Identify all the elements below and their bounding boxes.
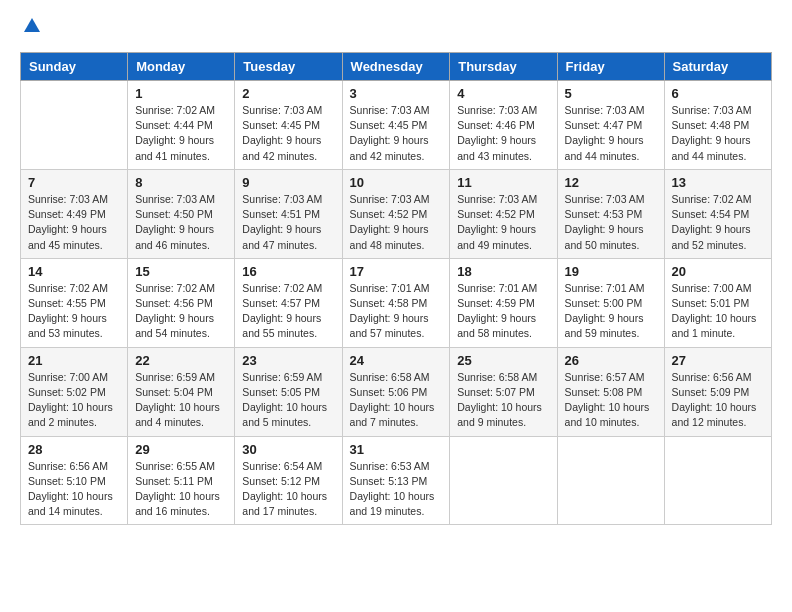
day-info: Sunrise: 6:57 AMSunset: 5:08 PMDaylight:… <box>565 370 657 431</box>
calendar-day-cell: 18Sunrise: 7:01 AMSunset: 4:59 PMDayligh… <box>450 258 557 347</box>
day-info: Sunrise: 7:03 AMSunset: 4:52 PMDaylight:… <box>457 192 549 253</box>
day-of-week-header: Friday <box>557 53 664 81</box>
day-number: 28 <box>28 442 120 457</box>
calendar-day-cell: 21Sunrise: 7:00 AMSunset: 5:02 PMDayligh… <box>21 347 128 436</box>
day-number: 22 <box>135 353 227 368</box>
day-number: 5 <box>565 86 657 101</box>
day-number: 7 <box>28 175 120 190</box>
calendar-day-cell: 6Sunrise: 7:03 AMSunset: 4:48 PMDaylight… <box>664 81 771 170</box>
day-number: 1 <box>135 86 227 101</box>
calendar-day-cell: 31Sunrise: 6:53 AMSunset: 5:13 PMDayligh… <box>342 436 450 525</box>
day-number: 10 <box>350 175 443 190</box>
calendar-day-cell: 7Sunrise: 7:03 AMSunset: 4:49 PMDaylight… <box>21 169 128 258</box>
calendar-day-cell: 14Sunrise: 7:02 AMSunset: 4:55 PMDayligh… <box>21 258 128 347</box>
logo-icon <box>22 16 42 36</box>
calendar-day-cell: 3Sunrise: 7:03 AMSunset: 4:45 PMDaylight… <box>342 81 450 170</box>
day-number: 23 <box>242 353 334 368</box>
day-info: Sunrise: 7:03 AMSunset: 4:45 PMDaylight:… <box>242 103 334 164</box>
calendar-day-cell: 24Sunrise: 6:58 AMSunset: 5:06 PMDayligh… <box>342 347 450 436</box>
day-number: 16 <box>242 264 334 279</box>
day-info: Sunrise: 7:03 AMSunset: 4:50 PMDaylight:… <box>135 192 227 253</box>
calendar-header-row: SundayMondayTuesdayWednesdayThursdayFrid… <box>21 53 772 81</box>
calendar-day-cell: 13Sunrise: 7:02 AMSunset: 4:54 PMDayligh… <box>664 169 771 258</box>
calendar-day-cell: 1Sunrise: 7:02 AMSunset: 4:44 PMDaylight… <box>128 81 235 170</box>
calendar-table: SundayMondayTuesdayWednesdayThursdayFrid… <box>20 52 772 525</box>
day-info: Sunrise: 6:56 AMSunset: 5:10 PMDaylight:… <box>28 459 120 520</box>
day-info: Sunrise: 7:03 AMSunset: 4:47 PMDaylight:… <box>565 103 657 164</box>
day-number: 29 <box>135 442 227 457</box>
calendar-day-cell: 25Sunrise: 6:58 AMSunset: 5:07 PMDayligh… <box>450 347 557 436</box>
day-number: 8 <box>135 175 227 190</box>
day-info: Sunrise: 7:03 AMSunset: 4:49 PMDaylight:… <box>28 192 120 253</box>
day-number: 15 <box>135 264 227 279</box>
day-number: 30 <box>242 442 334 457</box>
calendar-day-cell: 12Sunrise: 7:03 AMSunset: 4:53 PMDayligh… <box>557 169 664 258</box>
day-number: 20 <box>672 264 764 279</box>
day-number: 4 <box>457 86 549 101</box>
day-info: Sunrise: 7:02 AMSunset: 4:44 PMDaylight:… <box>135 103 227 164</box>
calendar-day-cell: 19Sunrise: 7:01 AMSunset: 5:00 PMDayligh… <box>557 258 664 347</box>
calendar-day-cell: 17Sunrise: 7:01 AMSunset: 4:58 PMDayligh… <box>342 258 450 347</box>
page-header <box>20 20 772 36</box>
calendar-day-cell <box>664 436 771 525</box>
svg-marker-0 <box>24 18 40 32</box>
day-number: 14 <box>28 264 120 279</box>
day-number: 18 <box>457 264 549 279</box>
day-info: Sunrise: 7:01 AMSunset: 5:00 PMDaylight:… <box>565 281 657 342</box>
calendar-day-cell: 23Sunrise: 6:59 AMSunset: 5:05 PMDayligh… <box>235 347 342 436</box>
day-info: Sunrise: 7:02 AMSunset: 4:57 PMDaylight:… <box>242 281 334 342</box>
day-of-week-header: Wednesday <box>342 53 450 81</box>
logo <box>20 20 42 36</box>
day-number: 6 <box>672 86 764 101</box>
calendar-week-row: 1Sunrise: 7:02 AMSunset: 4:44 PMDaylight… <box>21 81 772 170</box>
day-info: Sunrise: 7:03 AMSunset: 4:45 PMDaylight:… <box>350 103 443 164</box>
day-number: 13 <box>672 175 764 190</box>
day-info: Sunrise: 6:59 AMSunset: 5:05 PMDaylight:… <box>242 370 334 431</box>
day-info: Sunrise: 7:03 AMSunset: 4:46 PMDaylight:… <box>457 103 549 164</box>
day-number: 11 <box>457 175 549 190</box>
calendar-day-cell: 8Sunrise: 7:03 AMSunset: 4:50 PMDaylight… <box>128 169 235 258</box>
calendar-day-cell: 16Sunrise: 7:02 AMSunset: 4:57 PMDayligh… <box>235 258 342 347</box>
day-number: 25 <box>457 353 549 368</box>
day-of-week-header: Saturday <box>664 53 771 81</box>
calendar-day-cell: 29Sunrise: 6:55 AMSunset: 5:11 PMDayligh… <box>128 436 235 525</box>
day-info: Sunrise: 7:01 AMSunset: 4:58 PMDaylight:… <box>350 281 443 342</box>
day-info: Sunrise: 6:55 AMSunset: 5:11 PMDaylight:… <box>135 459 227 520</box>
day-info: Sunrise: 6:58 AMSunset: 5:06 PMDaylight:… <box>350 370 443 431</box>
day-info: Sunrise: 7:00 AMSunset: 5:02 PMDaylight:… <box>28 370 120 431</box>
day-info: Sunrise: 6:53 AMSunset: 5:13 PMDaylight:… <box>350 459 443 520</box>
day-info: Sunrise: 7:00 AMSunset: 5:01 PMDaylight:… <box>672 281 764 342</box>
day-of-week-header: Thursday <box>450 53 557 81</box>
calendar-day-cell: 26Sunrise: 6:57 AMSunset: 5:08 PMDayligh… <box>557 347 664 436</box>
calendar-day-cell: 10Sunrise: 7:03 AMSunset: 4:52 PMDayligh… <box>342 169 450 258</box>
calendar-day-cell <box>557 436 664 525</box>
calendar-day-cell: 9Sunrise: 7:03 AMSunset: 4:51 PMDaylight… <box>235 169 342 258</box>
day-number: 24 <box>350 353 443 368</box>
calendar-week-row: 7Sunrise: 7:03 AMSunset: 4:49 PMDaylight… <box>21 169 772 258</box>
calendar-day-cell: 22Sunrise: 6:59 AMSunset: 5:04 PMDayligh… <box>128 347 235 436</box>
day-info: Sunrise: 7:03 AMSunset: 4:51 PMDaylight:… <box>242 192 334 253</box>
day-info: Sunrise: 6:56 AMSunset: 5:09 PMDaylight:… <box>672 370 764 431</box>
day-number: 27 <box>672 353 764 368</box>
calendar-day-cell <box>450 436 557 525</box>
calendar-day-cell: 11Sunrise: 7:03 AMSunset: 4:52 PMDayligh… <box>450 169 557 258</box>
calendar-day-cell: 2Sunrise: 7:03 AMSunset: 4:45 PMDaylight… <box>235 81 342 170</box>
calendar-week-row: 28Sunrise: 6:56 AMSunset: 5:10 PMDayligh… <box>21 436 772 525</box>
day-info: Sunrise: 7:03 AMSunset: 4:48 PMDaylight:… <box>672 103 764 164</box>
day-info: Sunrise: 6:54 AMSunset: 5:12 PMDaylight:… <box>242 459 334 520</box>
day-info: Sunrise: 7:02 AMSunset: 4:55 PMDaylight:… <box>28 281 120 342</box>
day-info: Sunrise: 7:02 AMSunset: 4:54 PMDaylight:… <box>672 192 764 253</box>
day-number: 17 <box>350 264 443 279</box>
day-number: 26 <box>565 353 657 368</box>
day-info: Sunrise: 7:01 AMSunset: 4:59 PMDaylight:… <box>457 281 549 342</box>
calendar-day-cell: 4Sunrise: 7:03 AMSunset: 4:46 PMDaylight… <box>450 81 557 170</box>
day-info: Sunrise: 6:59 AMSunset: 5:04 PMDaylight:… <box>135 370 227 431</box>
day-info: Sunrise: 7:03 AMSunset: 4:52 PMDaylight:… <box>350 192 443 253</box>
calendar-day-cell: 5Sunrise: 7:03 AMSunset: 4:47 PMDaylight… <box>557 81 664 170</box>
calendar-day-cell <box>21 81 128 170</box>
day-number: 3 <box>350 86 443 101</box>
calendar-day-cell: 20Sunrise: 7:00 AMSunset: 5:01 PMDayligh… <box>664 258 771 347</box>
day-number: 9 <box>242 175 334 190</box>
calendar-day-cell: 27Sunrise: 6:56 AMSunset: 5:09 PMDayligh… <box>664 347 771 436</box>
calendar-day-cell: 28Sunrise: 6:56 AMSunset: 5:10 PMDayligh… <box>21 436 128 525</box>
